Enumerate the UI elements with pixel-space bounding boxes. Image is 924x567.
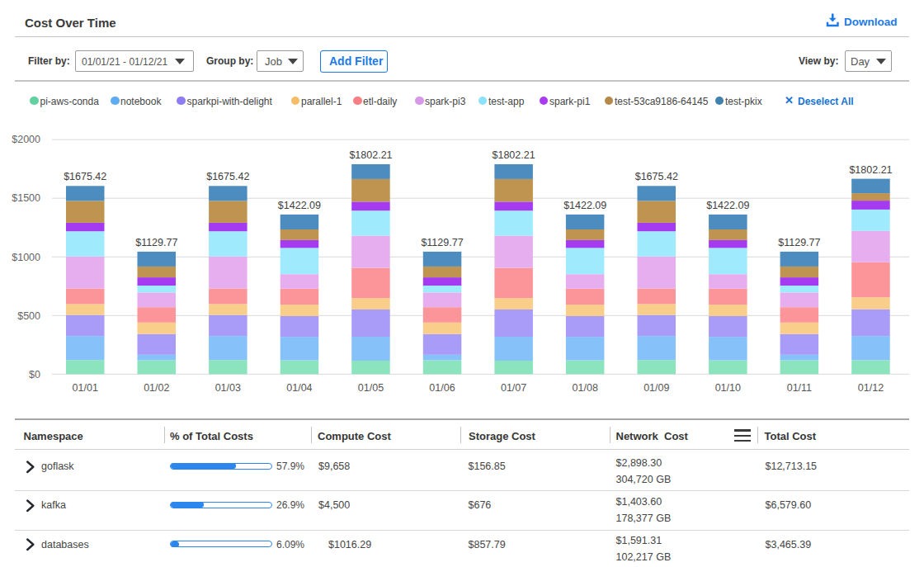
- svg-text:01/12: 01/12: [858, 382, 884, 394]
- svg-text:$1422.09: $1422.09: [563, 200, 606, 211]
- svg-text:$1500: $1500: [12, 192, 40, 204]
- svg-text:01/10: 01/10: [715, 382, 741, 394]
- svg-text:01/09: 01/09: [644, 382, 669, 394]
- svg-text:$1422.09: $1422.09: [706, 200, 749, 211]
- svg-text:$1000: $1000: [12, 252, 40, 263]
- svg-text:01/05: 01/05: [358, 382, 384, 394]
- svg-text:01/06: 01/06: [429, 382, 455, 394]
- svg-text:$1802.21: $1802.21: [349, 149, 392, 161]
- svg-text:$1675.42: $1675.42: [635, 171, 678, 182]
- svg-text:$0: $0: [29, 369, 40, 380]
- svg-text:01/02: 01/02: [144, 382, 169, 394]
- svg-text:$1129.77: $1129.77: [135, 237, 177, 248]
- svg-text:$2000: $2000: [12, 134, 40, 145]
- svg-text:$1675.42: $1675.42: [64, 171, 106, 182]
- svg-text:01/11: 01/11: [787, 382, 812, 394]
- svg-text:$500: $500: [17, 310, 40, 322]
- svg-text:$1129.77: $1129.77: [421, 237, 463, 248]
- svg-text:$1802.21: $1802.21: [849, 164, 892, 176]
- svg-text:01/04: 01/04: [286, 382, 312, 394]
- svg-text:01/07: 01/07: [501, 382, 526, 394]
- svg-text:$1129.77: $1129.77: [778, 237, 820, 248]
- svg-text:01/08: 01/08: [573, 382, 598, 394]
- svg-text:01/01: 01/01: [73, 382, 98, 394]
- svg-text:$1422.09: $1422.09: [278, 200, 321, 211]
- svg-text:01/03: 01/03: [215, 382, 241, 394]
- svg-text:$1802.21: $1802.21: [493, 149, 535, 161]
- svg-text:$1675.42: $1675.42: [206, 171, 249, 182]
